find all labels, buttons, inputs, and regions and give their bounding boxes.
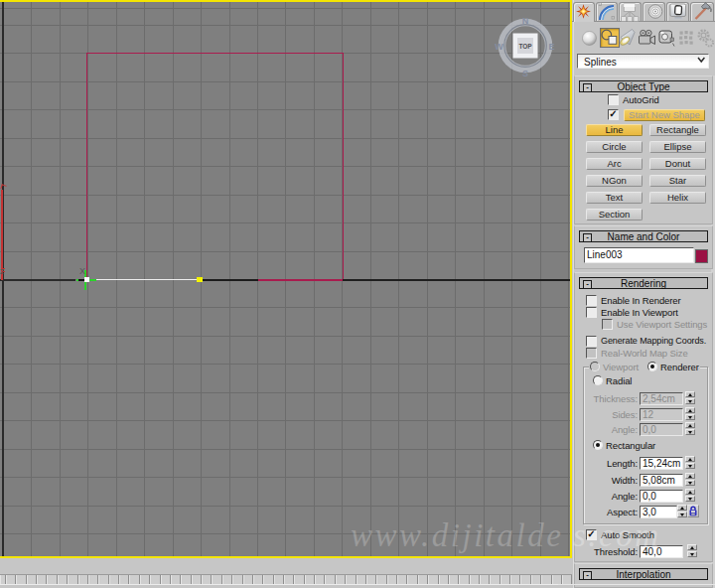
svg-text:E: E — [548, 42, 554, 52]
svg-text:S: S — [522, 69, 528, 78]
svg-text:TOP: TOP — [518, 43, 532, 50]
svg-text:N: N — [522, 16, 529, 26]
svg-text:W: W — [495, 42, 503, 52]
